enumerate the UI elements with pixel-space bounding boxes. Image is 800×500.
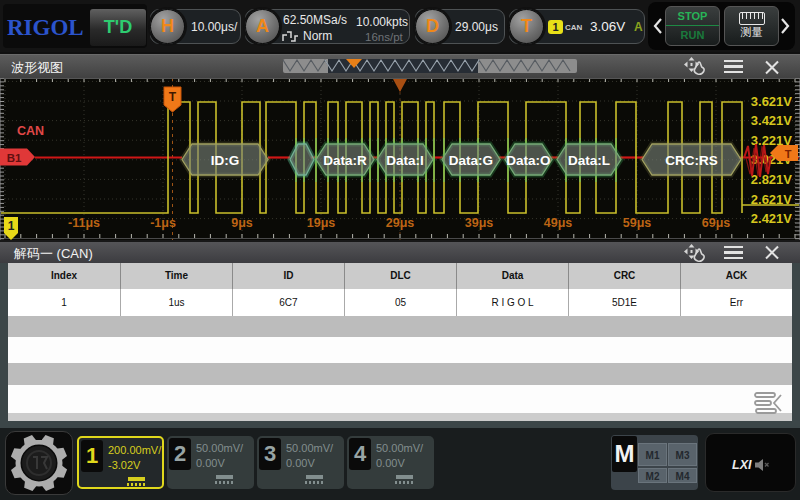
svg-text:Data:G: Data:G [449, 153, 493, 168]
svg-text:Data:I: Data:I [386, 153, 424, 168]
svg-text:19μs: 19μs [307, 216, 336, 230]
svg-text:CRC:RS: CRC:RS [665, 153, 718, 168]
svg-text:B1: B1 [7, 152, 22, 164]
svg-text:59μs: 59μs [623, 216, 652, 230]
svg-text:69μs: 69μs [702, 216, 731, 230]
svg-text:29μs: 29μs [386, 216, 415, 230]
svg-text:9μs: 9μs [231, 216, 253, 230]
svg-text:Data:R: Data:R [323, 153, 367, 168]
svg-text:2.821V: 2.821V [751, 172, 793, 187]
svg-text:2.621V: 2.621V [751, 192, 793, 207]
svg-text:3.621V: 3.621V [751, 94, 793, 109]
svg-text:T: T [169, 90, 177, 104]
svg-text:49μs: 49μs [544, 216, 573, 230]
svg-text:T: T [785, 148, 792, 160]
svg-text:ID:G: ID:G [211, 153, 240, 168]
svg-text:CAN: CAN [17, 124, 44, 138]
svg-text:Data:L: Data:L [568, 153, 610, 168]
svg-text:2.421V: 2.421V [751, 211, 793, 226]
svg-text:-11μs: -11μs [68, 216, 100, 230]
svg-text:Data:O: Data:O [506, 153, 550, 168]
svg-text:-1μs: -1μs [150, 216, 176, 230]
svg-text:39μs: 39μs [465, 216, 494, 230]
svg-text:3.421V: 3.421V [751, 113, 793, 128]
svg-text:1: 1 [8, 219, 15, 233]
